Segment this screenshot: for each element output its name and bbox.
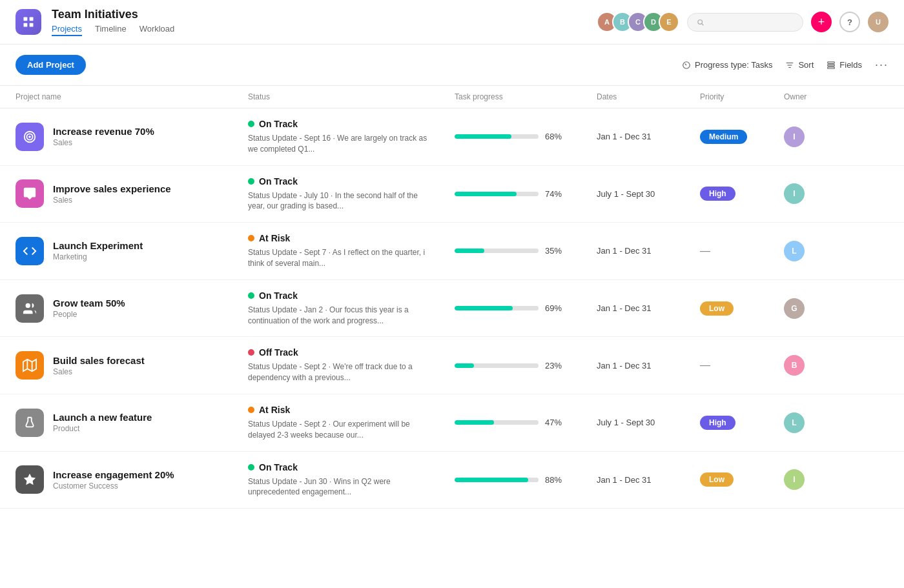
svg-rect-3 <box>30 23 34 27</box>
priority-badge: High <box>700 187 735 201</box>
progress-cell: 69% <box>455 303 597 313</box>
col-dates: Dates <box>597 92 700 101</box>
status-indicator: At Risk <box>248 405 455 415</box>
svg-rect-1 <box>30 17 34 21</box>
status-label: On Track <box>259 462 298 472</box>
owner-cell: G <box>784 298 836 319</box>
progress-cell: 35% <box>455 246 597 256</box>
more-options-button[interactable]: ··· <box>875 58 889 72</box>
progress-bar-fill <box>455 134 511 139</box>
progress-bar-fill <box>455 420 494 425</box>
app-icon <box>15 9 41 35</box>
add-button[interactable]: + <box>811 12 832 32</box>
table-row[interactable]: Increase engagement 20% Customer Success… <box>0 452 904 509</box>
project-name: Improve sales experience <box>53 183 171 194</box>
status-dot <box>248 235 254 241</box>
project-name: Build sales forecast <box>53 355 145 366</box>
owner-avatar: G <box>784 298 805 319</box>
add-project-button[interactable]: Add Project <box>15 55 86 75</box>
team-avatars: A B C D E <box>597 12 679 32</box>
progress-bar-bg <box>455 478 539 482</box>
progress-type-option[interactable]: Progress type: Tasks <box>682 60 772 70</box>
owner-cell: I <box>784 183 836 204</box>
search-input[interactable] <box>709 17 794 27</box>
project-team: Sales <box>53 196 171 205</box>
progress-percentage: 88% <box>545 475 566 485</box>
priority-badge: Low <box>700 301 734 316</box>
project-team: People <box>53 310 125 319</box>
help-button[interactable]: ? <box>839 12 860 32</box>
status-indicator: At Risk <box>248 233 455 243</box>
progress-cell: 23% <box>455 361 597 370</box>
progress-bar-bg <box>455 363 539 368</box>
project-info: Increase revenue 70% Sales <box>15 123 248 151</box>
project-icon <box>15 465 44 494</box>
svg-rect-12 <box>828 66 835 68</box>
project-info: Build sales forecast Sales <box>15 351 248 380</box>
priority-cell: High <box>700 416 784 430</box>
user-avatar[interactable]: U <box>868 12 889 32</box>
owner-cell: L <box>784 241 836 261</box>
tab-workload[interactable]: Workload <box>139 24 175 36</box>
table-row[interactable]: Grow team 50% People On Track Status Upd… <box>0 280 904 338</box>
status-dot <box>248 349 254 356</box>
project-details: Grow team 50% People <box>53 298 125 319</box>
search-box[interactable] <box>687 13 803 32</box>
status-description: Status Update - Jun 30 · Wins in Q2 were… <box>248 476 435 498</box>
table-row[interactable]: Improve sales experience Sales On Track … <box>0 166 904 223</box>
col-project-name: Project name <box>15 92 248 101</box>
progress-percentage: 68% <box>545 132 566 141</box>
tab-timeline[interactable]: Timeline <box>95 24 127 36</box>
status-label: On Track <box>259 119 298 129</box>
owner-avatar: B <box>784 355 805 376</box>
priority-cell: Low <box>700 472 784 487</box>
project-icon <box>15 409 44 437</box>
priority-cell: Medium <box>700 130 784 144</box>
project-details: Build sales forecast Sales <box>53 355 145 376</box>
project-details: Increase engagement 20% Customer Success <box>53 469 174 491</box>
status-cell: On Track Status Update - Jan 2 · Our foc… <box>248 290 455 327</box>
table-row[interactable]: Increase revenue 70% Sales On Track Stat… <box>0 108 904 166</box>
fields-option[interactable]: Fields <box>827 60 862 70</box>
table-row[interactable]: Launch a new feature Product At Risk Sta… <box>0 394 904 452</box>
status-indicator: On Track <box>248 176 455 187</box>
dates-cell: July 1 - Sept 30 <box>597 189 700 199</box>
sort-label: Sort <box>798 60 814 70</box>
dates-cell: Jan 1 - Dec 31 <box>597 475 700 485</box>
status-cell: On Track Status Update - Sept 16 · We ar… <box>248 119 455 155</box>
status-cell: On Track Status Update - Jun 30 · Wins i… <box>248 462 455 498</box>
col-status: Status <box>248 92 455 101</box>
dates-cell: Jan 1 - Dec 31 <box>597 132 700 141</box>
status-label: On Track <box>259 290 298 301</box>
table-row[interactable]: Build sales forecast Sales Off Track Sta… <box>0 337 904 394</box>
svg-point-4 <box>698 19 703 24</box>
status-cell: Off Track Status Update - Sept 2 · We're… <box>248 347 455 383</box>
project-info: Launch Experiment Marketing <box>15 237 248 265</box>
owner-cell: I <box>784 127 836 147</box>
status-label: Off Track <box>259 347 298 358</box>
progress-percentage: 35% <box>545 246 566 256</box>
svg-rect-0 <box>24 17 28 21</box>
col-priority: Priority <box>700 92 784 101</box>
progress-percentage: 74% <box>545 189 566 199</box>
table-row[interactable]: Launch Experiment Marketing At Risk Stat… <box>0 223 904 280</box>
priority-cell: High <box>700 187 784 201</box>
progress-cell: 68% <box>455 132 597 141</box>
svg-line-5 <box>702 23 704 25</box>
sort-option[interactable]: Sort <box>785 60 814 70</box>
project-info: Improve sales experience Sales <box>15 179 248 208</box>
owner-avatar: I <box>784 127 805 147</box>
project-name: Increase engagement 20% <box>53 469 174 480</box>
progress-bar-fill <box>455 306 513 310</box>
project-name: Launch a new feature <box>53 412 152 423</box>
status-dot <box>248 178 254 185</box>
progress-bar-fill <box>455 248 484 253</box>
project-info: Launch a new feature Product <box>15 409 248 437</box>
project-icon <box>15 237 44 265</box>
progress-bar-bg <box>455 248 539 253</box>
tab-projects[interactable]: Projects <box>52 24 82 36</box>
svg-point-15 <box>28 136 31 138</box>
progress-bar-bg <box>455 192 539 196</box>
project-details: Increase revenue 70% Sales <box>53 126 154 147</box>
priority-none: — <box>700 245 710 256</box>
